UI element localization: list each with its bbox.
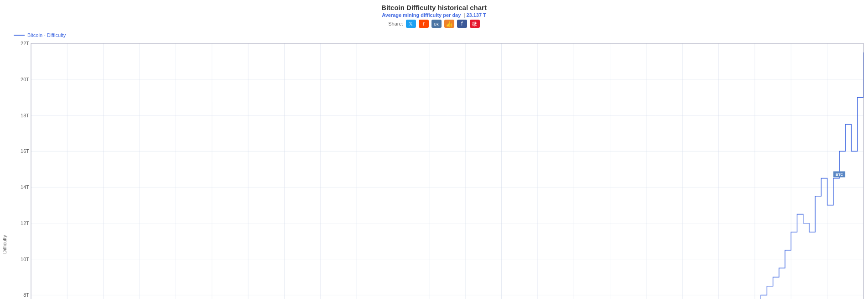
chart-header: Bitcoin Difficulty historical chart Aver… — [0, 0, 868, 30]
y-axis-label: Difficulty — [0, 30, 9, 299]
chart-main: Bitcoin - Difficulty — [9, 30, 868, 299]
share-ok[interactable]: 👍 — [444, 20, 454, 28]
share-facebook[interactable]: f — [457, 20, 467, 28]
chart-area: Difficulty Bitcoin - Difficulty — [0, 30, 868, 299]
chart-title: Bitcoin Difficulty historical chart — [0, 4, 868, 11]
legend-label: Bitcoin - Difficulty — [27, 32, 66, 38]
share-weibo[interactable]: 微 — [470, 20, 480, 28]
page-container: Bitcoin Difficulty historical chart Aver… — [0, 0, 868, 299]
share-twitter[interactable]: 𝕏 — [406, 20, 416, 28]
share-bar: Share: 𝕏 r вк 👍 f 微 — [0, 20, 868, 28]
share-vk[interactable]: вк — [431, 20, 442, 28]
main-chart-canvas — [9, 30, 868, 299]
share-reddit[interactable]: r — [419, 20, 429, 28]
chart-subtitle: Average mining difficulty per day | 23.1… — [0, 12, 868, 18]
legend-line-icon — [14, 35, 25, 36]
chart-value: 23.137 T — [466, 12, 486, 18]
legend: Bitcoin - Difficulty — [14, 32, 66, 38]
